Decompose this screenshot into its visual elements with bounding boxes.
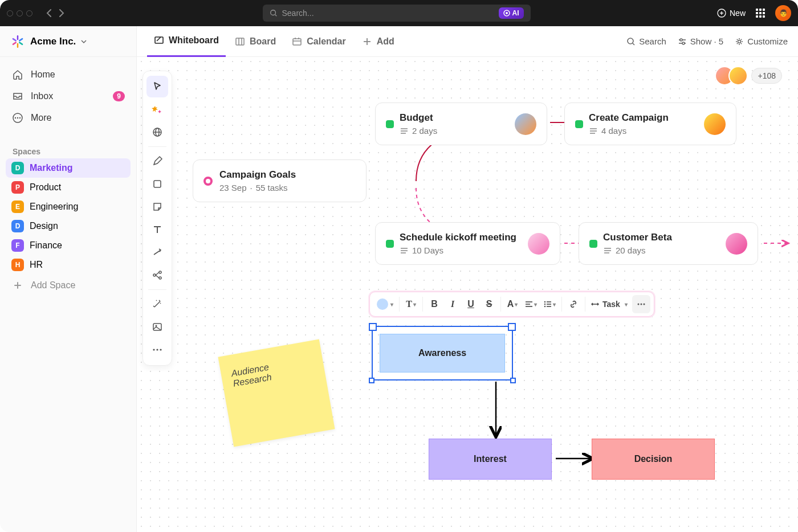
tool-text[interactable] <box>146 219 168 240</box>
tab-whiteboard[interactable]: Whiteboard <box>147 26 226 57</box>
svg-point-34 <box>682 42 685 44</box>
svg-point-33 <box>680 39 682 41</box>
assignee-avatar[interactable] <box>528 233 549 255</box>
tool-sticky[interactable] <box>146 196 168 218</box>
sidebar-space-hr[interactable]: HHR <box>6 255 131 275</box>
presence-avatar[interactable] <box>728 66 748 85</box>
tool-image[interactable] <box>146 316 168 338</box>
strike-button[interactable]: S <box>480 295 498 313</box>
selection-box[interactable] <box>372 326 513 380</box>
assignee-avatar[interactable] <box>515 113 536 135</box>
sidebar-space-product[interactable]: PProduct <box>6 178 131 197</box>
ai-button[interactable]: AI <box>499 7 524 19</box>
gear-icon <box>735 37 744 46</box>
underline-button[interactable]: U <box>462 295 480 313</box>
back-button[interactable] <box>46 9 52 17</box>
view-customize[interactable]: Customize <box>735 36 788 46</box>
svg-line-1 <box>275 15 276 17</box>
globe-icon <box>152 126 163 138</box>
ellipsis-icon <box>153 349 162 351</box>
space-initial-icon: H <box>11 259 24 271</box>
user-avatar[interactable]: 👨 <box>775 5 791 21</box>
view-show[interactable]: Show · 5 <box>678 36 723 46</box>
sidebar-space-design[interactable]: DDesign <box>6 216 131 236</box>
pen-icon <box>152 155 163 167</box>
node-kickoff[interactable]: Schedule kickoff meeting 10 Days <box>375 222 560 265</box>
node-campaign-goals[interactable]: Campaign Goals 23 Sep·55 tasks <box>193 159 367 202</box>
align-button[interactable]: ▾ <box>522 295 540 313</box>
bold-button[interactable]: B <box>425 295 443 313</box>
shape-interest[interactable]: Interest <box>429 439 552 480</box>
workspace-selector[interactable]: Acme Inc. <box>0 26 136 57</box>
lines-icon <box>400 247 409 255</box>
more-icon <box>11 112 24 124</box>
view-tabs: Whiteboard Board Calendar Add Search Sho… <box>137 26 798 57</box>
titlebar: Search... AI New 👨 <box>0 0 798 26</box>
nav-home[interactable]: Home <box>6 64 131 85</box>
sidebar-space-finance[interactable]: FFinance <box>6 236 131 255</box>
svg-point-14 <box>15 117 16 118</box>
list-button[interactable]: ▾ <box>540 295 559 313</box>
nav-more[interactable]: More <box>6 107 131 129</box>
convert-task-button[interactable]: Task▾ <box>588 295 631 313</box>
link-icon <box>569 300 578 309</box>
node-create-campaign[interactable]: Create Campaign 4 days <box>564 103 736 145</box>
tool-web[interactable] <box>146 121 168 143</box>
nav-inbox[interactable]: Inbox 9 <box>6 85 131 107</box>
node-budget[interactable]: Budget 2 days <box>375 103 547 145</box>
svg-point-0 <box>270 10 275 15</box>
tool-select[interactable] <box>146 76 168 97</box>
font-family-button[interactable]: T▾ <box>402 295 420 313</box>
node-customer-beta[interactable]: Customer Beta 20 days <box>579 222 758 265</box>
presence-avatars[interactable]: +108 <box>720 66 782 85</box>
italic-button[interactable]: I <box>443 295 462 313</box>
sidebar-space-marketing[interactable]: DMarketing <box>6 158 131 178</box>
link-button[interactable] <box>564 295 583 313</box>
tool-shape[interactable] <box>146 173 168 195</box>
svg-line-74 <box>156 275 159 278</box>
node-title: Schedule kickoff meeting <box>400 232 528 243</box>
new-button[interactable]: New <box>717 9 746 18</box>
sticky-note[interactable]: Audience Research <box>218 339 335 447</box>
svg-point-16 <box>19 117 21 118</box>
wand-icon <box>152 298 163 310</box>
tool-more[interactable] <box>146 339 168 361</box>
connector <box>484 379 507 441</box>
sidebar-space-engineering[interactable]: EEngineering <box>6 197 131 216</box>
assignee-avatar[interactable] <box>704 113 726 135</box>
search-placeholder: Search... <box>282 9 314 18</box>
spaces-header: Spaces <box>6 142 131 158</box>
tool-magic[interactable] <box>146 293 168 315</box>
convert-icon <box>591 300 599 308</box>
sparkle-icon <box>152 104 163 115</box>
tab-add[interactable]: Add <box>355 26 401 57</box>
svg-line-9 <box>19 42 22 44</box>
svg-point-55 <box>544 301 545 302</box>
svg-point-57 <box>544 306 545 307</box>
apps-icon[interactable] <box>756 9 765 18</box>
tab-calendar[interactable]: Calendar <box>285 26 352 57</box>
tool-ai[interactable] <box>146 99 168 120</box>
color-picker[interactable]: ▾ <box>373 295 397 313</box>
whiteboard-canvas[interactable]: +108 Campaign Goals 23 Sep·55 tasks <box>137 57 798 532</box>
tool-pen[interactable] <box>146 150 168 172</box>
space-initial-icon: P <box>11 181 24 194</box>
shape-decision[interactable]: Decision <box>592 439 715 480</box>
forward-button[interactable] <box>59 9 64 17</box>
assignee-avatar[interactable] <box>726 233 747 255</box>
view-search[interactable]: Search <box>626 36 666 46</box>
svg-point-15 <box>17 117 18 118</box>
global-search[interactable]: Search... AI <box>263 5 531 22</box>
tool-mindmap[interactable] <box>146 264 168 286</box>
tool-connector[interactable] <box>146 242 168 263</box>
more-options-button[interactable] <box>632 295 650 313</box>
window-controls[interactable] <box>7 10 32 17</box>
add-space-button[interactable]: Add Space <box>6 275 131 296</box>
presence-overflow[interactable]: +108 <box>751 68 782 84</box>
tool-panel <box>142 71 172 366</box>
tab-board[interactable]: Board <box>228 26 283 57</box>
space-initial-icon: F <box>11 239 24 252</box>
text-color-button[interactable]: A▾ <box>503 295 522 313</box>
sliders-icon <box>678 37 687 46</box>
shape-toolbar[interactable]: ▾ T▾ B I U S A▾ ▾ ▾ Task▾ <box>369 292 654 317</box>
